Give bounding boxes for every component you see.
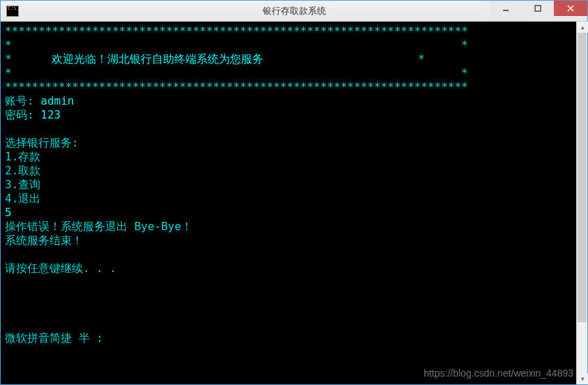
border-left: *: [5, 66, 12, 80]
maximize-icon: [534, 4, 542, 13]
scroll-up-button[interactable]: ▴: [577, 22, 588, 33]
vertical-scrollbar[interactable]: ▴ ▾: [576, 22, 587, 384]
error-message: 操作错误！系统服务退出 Bye-Bye！: [5, 220, 192, 233]
scroll-down-button[interactable]: ▾: [577, 373, 588, 384]
close-icon: [566, 4, 575, 13]
password-value: 123: [40, 108, 61, 121]
scroll-thumb[interactable]: [578, 33, 587, 322]
minimize-icon: [502, 4, 510, 13]
menu-item-3: 3.查询: [5, 178, 40, 191]
border-bottom: ****************************************…: [5, 80, 468, 93]
border-right: *: [461, 38, 468, 52]
border-top: ****************************************…: [5, 24, 468, 38]
scroll-track[interactable]: [577, 33, 587, 373]
border-left: *: [5, 52, 12, 66]
maximize-button[interactable]: [522, 1, 554, 16]
account-value: admin: [40, 94, 74, 107]
app-icon: C:\.: [6, 6, 19, 17]
app-window: C:\. 银行存取款系统 ***************************…: [0, 0, 588, 385]
border-left: *: [5, 38, 12, 52]
svg-rect-1: [535, 6, 541, 11]
menu-title: 选择银行服务:: [5, 136, 79, 149]
window-controls: [490, 1, 587, 21]
welcome-text: 欢迎光临！湖北银行自助终端系统为您服务: [52, 52, 263, 66]
titlebar: C:\. 银行存取款系统: [1, 1, 587, 22]
menu-item-2: 2.取款: [5, 164, 40, 177]
border-right: *: [461, 66, 468, 80]
app-icon-text: C:\.: [7, 6, 20, 11]
menu-item-4: 4.退出: [5, 192, 40, 205]
password-label: 密码:: [5, 108, 34, 121]
exit-message: 系统服务结束！: [5, 234, 83, 247]
user-input: 5: [5, 206, 12, 219]
window-title: 银行存取款系统: [263, 5, 326, 17]
continue-prompt: 请按任意键继续. . .: [5, 262, 116, 275]
account-label: 账号:: [5, 94, 34, 107]
menu-item-1: 1.存款: [5, 150, 40, 163]
close-button[interactable]: [554, 1, 587, 16]
border-right: *: [418, 52, 425, 66]
console-output[interactable]: ****************************************…: [1, 22, 587, 384]
minimize-button[interactable]: [490, 1, 522, 16]
ime-status: 微软拼音简捷 半 :: [5, 331, 103, 345]
